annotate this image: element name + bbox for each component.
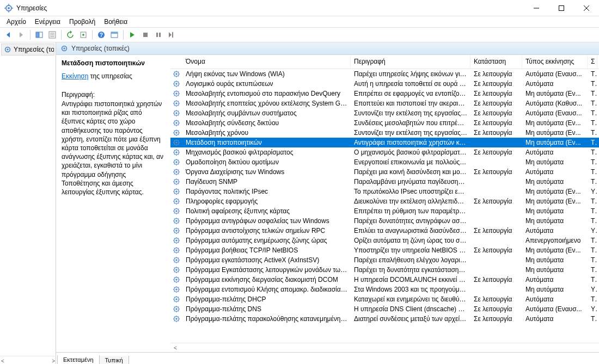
gear-icon <box>170 286 182 293</box>
column-desc[interactable]: Περιγραφή <box>351 55 470 69</box>
service-row[interactable]: Μεσολαβητής εντοπισμού στο παρασκήνιο De… <box>170 89 599 98</box>
service-row[interactable]: Πρόγραμμα εγκατάστασης ActiveX (AxInstSV… <box>170 255 599 265</box>
service-startup-cell: Μη αυτόματα <box>522 158 588 166</box>
gear-icon <box>170 158 182 166</box>
service-startup-cell: Αυτόματα <box>522 149 588 156</box>
service-row[interactable]: Μηχανισμός βασικού φιλτραρίσματοςΟ μηχαν… <box>170 147 599 157</box>
service-row[interactable]: Λήψη εικόνας των Windows (WIA)Παρέχει υπ… <box>170 69 599 79</box>
help-button[interactable]: ? <box>95 29 107 41</box>
service-name-cell: Μεσολαβητής σύνδεσης δικτύου <box>182 119 351 127</box>
service-startup-cell: Μη αυτόματα <box>522 207 588 215</box>
column-name[interactable]: Όνομα <box>182 55 351 69</box>
service-row[interactable]: Παγίδευση SNMPΠαραλαμβάνει μηνύματα παγί… <box>170 177 599 187</box>
svg-point-130 <box>175 171 178 173</box>
view-tabs: Εκτεταμένη Τυπική <box>56 352 599 364</box>
svg-line-288 <box>178 317 179 317</box>
column-status[interactable]: Κατάσταση <box>470 55 522 69</box>
tree-scrollbar[interactable]: <> <box>0 356 56 364</box>
svg-line-217 <box>174 252 175 252</box>
service-name-cell: Μηχανισμός βασικού φιλτραρίσματος <box>182 149 351 156</box>
service-row[interactable]: Ομαδοποίηση δικτύου ομοτίμωνΕνεργοποιεί … <box>170 157 599 167</box>
gear-icon <box>170 198 182 205</box>
gear-icon <box>170 139 182 146</box>
action-pane-button[interactable] <box>108 29 120 41</box>
svg-line-66 <box>178 105 179 106</box>
service-row[interactable]: Μεσολαβητής συμβάντων συστήματοςΣυντονίζ… <box>170 108 599 118</box>
start-service-button[interactable] <box>126 29 138 41</box>
service-logon-cell: Υ <box>588 188 597 195</box>
maximize-button[interactable] <box>549 0 574 16</box>
menu-view[interactable]: Προβολή <box>66 17 99 27</box>
menu-action[interactable]: Ενέργεια <box>32 17 64 27</box>
menu-file[interactable]: Αρχείο <box>3 17 29 27</box>
svg-line-56 <box>178 95 179 96</box>
service-row[interactable]: Μεσολαβητής σύνδεσης δικτύουΣυνδέσεις με… <box>170 118 599 128</box>
service-name-cell: Πρόγραμμα βοήθειας TCP/IP NetBIOS <box>182 246 351 254</box>
service-logon-cell: Τ <box>588 168 597 176</box>
tree-root-item[interactable]: Υπηρεσίες (το <box>1 44 54 55</box>
service-row[interactable]: Πρόγραμμα εκκίνησης διεργασίας διακομιστ… <box>170 275 599 285</box>
service-logon-cell: Τ <box>588 178 597 186</box>
restart-service-button[interactable] <box>166 29 178 41</box>
svg-line-245 <box>174 277 175 278</box>
minimize-button[interactable] <box>524 0 549 16</box>
service-row[interactable]: Πρόγραμμα-πελάτης DNSΗ υπηρεσία DNS Clie… <box>170 304 599 314</box>
service-row[interactable]: Μετάδοση πιστοποιητικώνΑντιγράφει πιστοπ… <box>170 138 599 147</box>
service-row[interactable]: Πληροφορίες εφαρμογήςΔιευκολύνει την εκτ… <box>170 196 599 206</box>
column-logon[interactable]: Σ <box>588 55 597 69</box>
forward-button[interactable] <box>15 29 27 41</box>
service-row[interactable]: Πρόγραμμα εντοπισμού Κλήσης απομακρ. δια… <box>170 285 599 294</box>
close-button[interactable] <box>574 0 599 16</box>
svg-line-46 <box>178 85 179 86</box>
service-row[interactable]: Πρόγραμμα-πελάτης παρακολούθησης κατανεμ… <box>170 314 599 324</box>
column-startup[interactable]: Τύπος εκκίνησης <box>522 55 588 69</box>
back-button[interactable] <box>2 29 14 41</box>
service-name-cell: Πρόγραμμα-πελάτης DNS <box>182 305 351 313</box>
service-row[interactable]: Πρόγραμμα αυτόματης ενημέρωσης ζώνης ώρα… <box>170 236 599 245</box>
pause-service-button[interactable] <box>152 29 164 41</box>
tab-extended[interactable]: Εκτεταμένη <box>57 355 100 364</box>
properties-button[interactable] <box>46 29 58 41</box>
service-name-cell: Λογισμικό ουράς εκτυπώσεων <box>182 80 351 88</box>
refresh-button[interactable] <box>64 29 76 41</box>
service-startup-cell: Αυτόματα (Εναυσ... <box>522 70 588 78</box>
export-button[interactable] <box>77 29 89 41</box>
show-hide-tree-button[interactable] <box>33 29 45 41</box>
service-row[interactable]: Πρόγραμμα-πελάτης DHCPΚαταχωρεί και ενημ… <box>170 294 599 304</box>
gear-icon <box>170 188 182 195</box>
service-row[interactable]: Πρόγραμμα αντιστοίχισης τελικών σημείων … <box>170 226 599 236</box>
service-name-cell: Μεσολαβητής χρόνου <box>182 129 351 137</box>
svg-line-177 <box>174 213 175 213</box>
svg-line-247 <box>174 281 175 282</box>
svg-line-226 <box>178 262 179 262</box>
svg-rect-10 <box>36 32 39 38</box>
service-row[interactable]: Μεσολαβητής χρόνουΣυντονίζει την εκτέλεσ… <box>170 128 599 138</box>
menu-help[interactable]: Βοήθεια <box>101 17 131 27</box>
service-row[interactable]: Πρόγραμμα αντιγράφων ασφαλείας των Windo… <box>170 216 599 226</box>
service-logon-cell: Τ <box>588 246 597 254</box>
service-row[interactable]: Πρόγραμμα Εγκατάστασης λειτουργικών μονά… <box>170 265 599 275</box>
svg-line-287 <box>174 320 175 321</box>
svg-line-106 <box>178 144 179 145</box>
service-row[interactable]: Πολιτική αφαίρεσης έξυπνης κάρταςΕπιτρέπ… <box>170 206 599 216</box>
svg-line-68 <box>178 101 179 102</box>
start-service-link[interactable]: Εκκίνηση <box>62 72 88 80</box>
service-list[interactable]: Λήψη εικόνας των Windows (WIA)Παρέχει υπ… <box>170 69 599 343</box>
list-h-scrollbar[interactable]: < <box>170 343 599 352</box>
service-row[interactable]: Πρόγραμμα βοήθειας TCP/IP NetBIOSΥποστηρ… <box>170 245 599 255</box>
svg-line-275 <box>174 307 175 307</box>
service-status-cell: Σε λειτουργία <box>470 198 522 205</box>
service-row[interactable]: Παράγοντας πολιτικής IPsecΤο πρωτόκολλο … <box>170 187 599 196</box>
stop-service-button[interactable] <box>139 29 151 41</box>
service-row[interactable]: Λογισμικό ουράς εκτυπώσεωνΑυτή η υπηρεσί… <box>170 79 599 89</box>
service-logon-cell: Τ <box>588 295 597 303</box>
tab-standard[interactable]: Τυπική <box>100 356 129 364</box>
svg-line-266 <box>178 301 179 301</box>
service-row[interactable]: Μεσολαβητής εποπτείας χρόνου εκτέλεσης S… <box>170 98 599 108</box>
service-logon-cell: Τ <box>588 256 597 264</box>
service-status-cell: Σε λειτουργία <box>470 276 522 283</box>
service-row[interactable]: Όργανα Διαχείρισης των WindowsΠαρέχει μι… <box>170 167 599 177</box>
svg-line-77 <box>174 115 175 115</box>
svg-line-96 <box>178 134 179 135</box>
service-desc-cell: Διευκολύνει την εκτέλεση αλληλεπιδρα... <box>351 198 470 205</box>
